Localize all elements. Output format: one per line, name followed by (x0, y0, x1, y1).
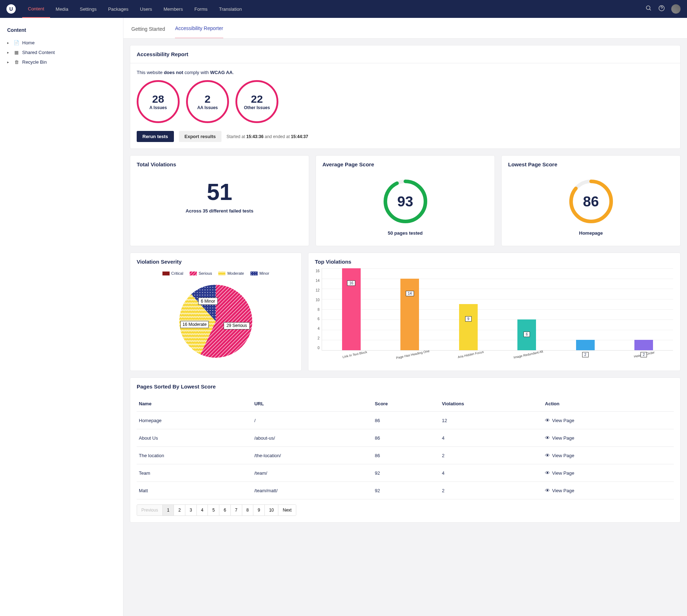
view-page-label: View Page (552, 418, 574, 423)
eye-icon: 👁 (545, 488, 550, 493)
top-violations-card: Top Violations 1614121086420 16149622 Li… (308, 253, 681, 371)
tabs: Getting StartedAccessibility Reporter (123, 18, 687, 39)
cell-violations: 4 (440, 429, 543, 447)
pagination: Previous12345678910Next (137, 504, 296, 516)
page-7[interactable]: 7 (231, 505, 242, 515)
nav-packages[interactable]: Packages (102, 0, 134, 18)
grid-icon: ▦ (14, 50, 19, 55)
y-tick: 4 (316, 327, 320, 331)
y-tick: 10 (316, 298, 320, 302)
bar-col: 6 (516, 268, 537, 350)
cell-name: Homepage (137, 412, 252, 429)
issue-circle-other-issues: 22Other Issues (235, 80, 278, 123)
issue-count: 22 (251, 93, 263, 105)
bar-value: 2 (640, 352, 647, 357)
view-page-label: View Page (552, 453, 574, 458)
eye-icon: 👁 (545, 470, 550, 476)
eye-icon: 👁 (545, 435, 550, 441)
y-tick: 2 (316, 336, 320, 340)
y-tick: 12 (316, 288, 320, 292)
bar: 14 (400, 279, 419, 350)
nav-users[interactable]: Users (134, 0, 158, 18)
nav-translation[interactable]: Translation (213, 0, 248, 18)
sidebar-title: Content (4, 24, 120, 38)
view-page-link[interactable]: 👁View Page (545, 470, 672, 476)
logo[interactable]: U (6, 4, 16, 14)
view-page-label: View Page (552, 488, 574, 493)
bar-value: 9 (465, 316, 472, 322)
svg-rect-8 (162, 272, 170, 275)
svg-point-0 (646, 6, 650, 10)
nav-content[interactable]: Content (22, 0, 50, 18)
total-violations-title: Total Violations (130, 156, 309, 167)
cell-name: Matt (137, 482, 252, 499)
lowest-score-card: Lowest Page Score 86 Homepage (501, 155, 681, 246)
tab-accessibility-reporter[interactable]: Accessibility Reporter (175, 19, 223, 38)
view-page-link[interactable]: 👁View Page (545, 488, 672, 493)
trash-icon: 🗑 (14, 59, 19, 65)
bar-value: 14 (406, 291, 414, 296)
y-tick: 6 (316, 317, 320, 321)
bar-col: 2 (575, 268, 596, 350)
tree-item-shared-content[interactable]: ▸▦Shared Content (4, 48, 120, 57)
severity-pie: 29 Serious16 Moderate6 Minor (173, 278, 259, 364)
page-9[interactable]: 9 (253, 505, 265, 515)
tree-item-home[interactable]: ▸📄Home (4, 38, 120, 48)
y-tick: 16 (316, 269, 320, 273)
bar: 6 (517, 319, 536, 350)
pages-card: Pages Sorted By Lowest Score NameURLScor… (130, 377, 681, 523)
tab-getting-started[interactable]: Getting Started (131, 20, 165, 38)
bar-value: 2 (582, 352, 589, 357)
table-row: Homepage/8612👁View Page (137, 412, 674, 429)
view-page-link[interactable]: 👁View Page (545, 417, 672, 423)
issue-circle-aa-issues: 2AA Issues (186, 80, 229, 123)
svg-line-1 (649, 9, 651, 10)
user-avatar[interactable] (671, 4, 681, 14)
nav-media[interactable]: Media (50, 0, 74, 18)
tree-label: Home (22, 40, 35, 45)
page-3[interactable]: 3 (185, 505, 197, 515)
lowest-score-value: 86 (568, 178, 614, 225)
lowest-score-sub: Homepage (579, 230, 603, 236)
severity-card: Violation Severity CriticalSeriousModera… (130, 253, 302, 371)
svg-text:6 Minor: 6 Minor (201, 299, 215, 304)
total-violations-value: 51 (207, 179, 232, 205)
sidebar: Content ▸📄Home▸▦Shared Content▸🗑Recycle … (0, 18, 123, 616)
page-5[interactable]: 5 (208, 505, 219, 515)
page-1[interactable]: 1 (163, 505, 174, 515)
view-page-link[interactable]: 👁View Page (545, 453, 672, 458)
cell-violations: 2 (440, 447, 543, 464)
view-page-link[interactable]: 👁View Page (545, 435, 672, 441)
nav-settings[interactable]: Settings (74, 0, 102, 18)
export-button[interactable]: Export results (179, 131, 221, 142)
col-score: Score (373, 396, 440, 412)
page-6[interactable]: 6 (219, 505, 231, 515)
cell-url: /team/matt/ (252, 482, 373, 499)
nav-forms[interactable]: Forms (189, 0, 213, 18)
page-8[interactable]: 8 (242, 505, 254, 515)
cell-score: 86 (373, 447, 440, 464)
bar-col: 9 (458, 268, 479, 350)
page-next[interactable]: Next (278, 505, 296, 515)
tree-item-recycle-bin[interactable]: ▸🗑Recycle Bin (4, 57, 120, 67)
tree-label: Shared Content (22, 50, 55, 55)
cell-name: About Us (137, 429, 252, 447)
pages-title: Pages Sorted By Lowest Score (130, 378, 680, 390)
y-tick: 8 (316, 308, 320, 312)
y-tick: 0 (316, 346, 320, 350)
page-10[interactable]: 10 (265, 505, 278, 515)
view-page-label: View Page (552, 435, 574, 441)
cell-violations: 2 (440, 482, 543, 499)
compliance-pre: This website (137, 70, 164, 75)
page-4[interactable]: 4 (197, 505, 208, 515)
compliance-mid: comply with (183, 70, 210, 75)
help-icon[interactable] (658, 5, 665, 13)
rerun-button[interactable]: Rerun tests (137, 131, 174, 142)
cell-url: /the-location/ (252, 447, 373, 464)
pages-table: NameURLScoreViolationsAction Homepage/86… (137, 396, 674, 499)
timing-text: Started at 15:43:36 and ended at 15:44:3… (226, 134, 308, 139)
search-icon[interactable] (645, 5, 652, 13)
table-row: About Us/about-us/864👁View Page (137, 429, 674, 447)
page-2[interactable]: 2 (174, 505, 185, 515)
nav-members[interactable]: Members (158, 0, 189, 18)
